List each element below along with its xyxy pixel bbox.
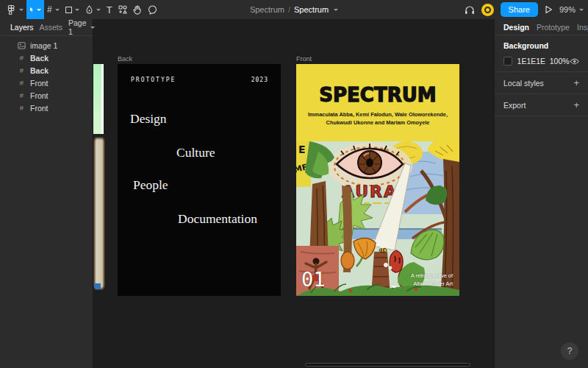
canvas-horizontal-scrollbar[interactable] <box>305 363 470 367</box>
layer-row-frame[interactable]: # Back <box>0 64 93 77</box>
layer-row-frame[interactable]: # Front <box>0 102 93 114</box>
main-menu-button[interactable] <box>3 0 26 19</box>
poster-word-people: People <box>133 179 168 192</box>
chevron-down-icon <box>19 9 24 11</box>
tab-assets[interactable]: Assets <box>40 23 63 32</box>
help-button[interactable]: ? <box>561 342 578 360</box>
layers-panel-header: Layers Assets Page 1 <box>0 19 93 36</box>
opacity-field[interactable]: 100% <box>550 57 570 66</box>
issue-number: 01 <box>301 268 326 291</box>
poster-caption: A retrospective of Album Cover Art <box>411 272 453 288</box>
back-poster-frame[interactable]: PROTOTYPE 2023 Design Culture People Doc… <box>118 64 281 296</box>
components-icon <box>118 5 127 14</box>
share-button[interactable]: Share <box>501 2 538 17</box>
canvas-book-image-object[interactable] <box>93 137 105 290</box>
poster-word-design: Design <box>130 113 167 126</box>
layer-row-image[interactable]: image 1 <box>0 39 93 52</box>
chevron-down-icon <box>90 26 95 29</box>
add-export-icon[interactable]: + <box>573 99 579 110</box>
zoom-level-menu[interactable]: 99% <box>559 5 584 14</box>
layer-row-frame[interactable]: # Front <box>0 77 93 89</box>
frame-layer-icon: # <box>18 104 26 112</box>
page-selector[interactable]: Page 1 <box>68 18 95 36</box>
layer-label: Back <box>30 66 49 75</box>
properties-panel: Design Prototype Inspect Background 1E1E… <box>494 19 588 368</box>
front-poster-frame[interactable]: SPECTRUM Immaculata Abba, Kemi Falodun, … <box>296 64 459 296</box>
text-tool-button[interactable]: T <box>104 0 115 19</box>
layer-label: Back <box>30 54 49 63</box>
text-icon: T <box>107 5 112 15</box>
project-breadcrumb[interactable]: Spectrum <box>250 5 284 14</box>
avatar-glyph <box>484 7 491 13</box>
figma-app-window: # T <box>0 0 588 368</box>
chevron-down-icon <box>55 9 60 11</box>
authors-line-1: Immaculata Abba, Kemi Falodun, Wale Olow… <box>296 111 459 119</box>
chevron-down-icon[interactable] <box>334 9 338 11</box>
cursor-icon <box>29 5 34 14</box>
svg-text:E: E <box>298 144 306 155</box>
layer-row-frame[interactable]: # Back <box>0 52 93 64</box>
color-swatch[interactable] <box>503 57 512 66</box>
local-styles-row[interactable]: Local styles + <box>495 72 588 94</box>
frame-label-front[interactable]: Front <box>296 55 312 63</box>
pen-icon <box>85 5 93 14</box>
page-selector-label: Page 1 <box>68 18 87 36</box>
local-styles-label: Local styles <box>503 79 544 88</box>
frame-layer-icon: # <box>18 91 26 99</box>
design-canvas[interactable]: Back PROTOTYPE 2023 Design Culture Peopl… <box>93 19 494 368</box>
chevron-down-icon <box>96 9 101 11</box>
poster-authors: Immaculata Abba, Kemi Falodun, Wale Olow… <box>296 111 459 127</box>
hand-icon <box>133 5 142 15</box>
background-section: Background 1E1E1E 100% <box>495 35 588 72</box>
book-blue-detail <box>94 283 101 289</box>
layer-label: Front <box>30 79 49 88</box>
tab-design[interactable]: Design <box>503 23 529 32</box>
toolbar-right-cluster: Share 99% <box>465 0 584 19</box>
tab-prototype[interactable]: Prototype <box>537 23 570 32</box>
frame-label-back[interactable]: Back <box>118 55 132 63</box>
color-hex-field[interactable]: 1E1E1E <box>517 57 550 66</box>
pen-tool-button[interactable] <box>82 0 104 19</box>
poster-word-culture: Culture <box>176 146 215 160</box>
frame-layer-icon: # <box>18 79 26 87</box>
caption-line-1: A retrospective of <box>411 272 453 280</box>
user-avatar[interactable] <box>481 4 494 16</box>
frame-icon: # <box>47 5 52 14</box>
layer-label: Front <box>30 104 49 113</box>
rectangle-icon <box>65 7 72 13</box>
file-name[interactable]: Spectrum <box>294 5 329 14</box>
figma-logo-icon <box>6 4 16 15</box>
image-layer-icon <box>18 42 26 49</box>
chevron-down-icon <box>579 9 584 11</box>
chevron-down-icon <box>75 9 79 11</box>
zoom-level-value: 99% <box>559 5 576 14</box>
properties-tabs: Design Prototype Inspect <box>495 19 588 35</box>
top-toolbar: # T <box>0 0 588 19</box>
move-tool-button[interactable] <box>26 0 44 19</box>
export-row[interactable]: Export + <box>495 94 588 116</box>
frame-layer-icon: # <box>18 54 26 62</box>
poster-year: 2023 <box>251 77 268 83</box>
audio-headphones-button[interactable] <box>465 5 475 15</box>
poster-word-documentation: Documentation <box>178 213 257 226</box>
layer-label: Front <box>30 91 49 100</box>
canvas-green-image-object[interactable] <box>93 64 104 134</box>
visibility-eye-icon[interactable] <box>570 58 579 65</box>
hand-tool-button[interactable] <box>130 0 145 19</box>
poster-title: SPECTRUM <box>296 84 459 106</box>
resources-tool-button[interactable] <box>115 0 130 19</box>
breadcrumb-separator: / <box>288 5 290 14</box>
tab-layers[interactable]: Layers <box>10 23 34 32</box>
export-label: Export <box>503 101 526 110</box>
shape-tool-button[interactable] <box>62 0 82 19</box>
comment-tool-button[interactable] <box>145 0 160 19</box>
layer-label: image 1 <box>30 41 57 50</box>
add-style-icon[interactable]: + <box>573 77 579 88</box>
background-section-title: Background <box>503 41 579 50</box>
background-color-row: 1E1E1E 100% <box>503 57 579 66</box>
layer-row-frame[interactable]: # Front <box>0 89 93 102</box>
comment-bubble-icon <box>148 5 157 15</box>
frame-tool-button[interactable]: # <box>44 0 62 19</box>
present-play-button[interactable] <box>545 5 553 14</box>
tab-inspect[interactable]: Inspect <box>577 23 588 32</box>
